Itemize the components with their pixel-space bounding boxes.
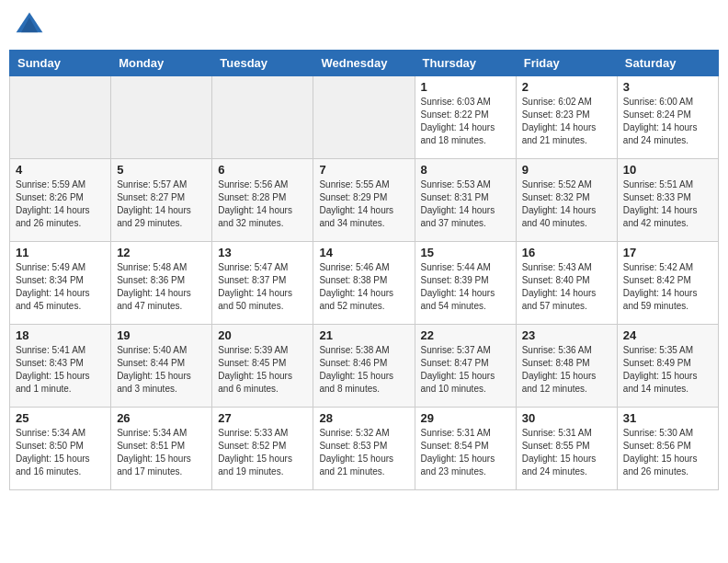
day-number: 24 (623, 328, 712, 342)
calendar-cell: 1Sunrise: 6:03 AM Sunset: 8:22 PM Daylig… (415, 76, 516, 159)
day-info: Sunrise: 5:57 AM Sunset: 8:27 PM Dayligh… (117, 178, 206, 230)
day-info: Sunrise: 5:56 AM Sunset: 8:28 PM Dayligh… (218, 178, 307, 230)
calendar-week-4: 18Sunrise: 5:41 AM Sunset: 8:43 PM Dayli… (10, 325, 719, 408)
day-info: Sunrise: 5:34 AM Sunset: 8:50 PM Dayligh… (16, 427, 105, 478)
day-info: Sunrise: 5:48 AM Sunset: 8:36 PM Dayligh… (117, 261, 206, 313)
day-number: 16 (522, 246, 611, 259)
day-info: Sunrise: 5:38 AM Sunset: 8:46 PM Dayligh… (319, 344, 408, 396)
calendar-week-3: 11Sunrise: 5:49 AM Sunset: 8:34 PM Dayli… (10, 242, 719, 325)
calendar-table: SundayMondayTuesdayWednesdayThursdayFrid… (9, 50, 719, 490)
day-info: Sunrise: 6:03 AM Sunset: 8:22 PM Dayligh… (421, 96, 510, 147)
day-info: Sunrise: 5:47 AM Sunset: 8:37 PM Dayligh… (218, 261, 307, 313)
logo (13, 9, 50, 42)
weekday-header-saturday: Saturday (617, 51, 718, 76)
day-number: 7 (319, 163, 408, 177)
calendar-cell (10, 76, 111, 159)
calendar-cell: 24Sunrise: 5:35 AM Sunset: 8:49 PM Dayli… (617, 325, 718, 408)
calendar-cell: 31Sunrise: 5:30 AM Sunset: 8:56 PM Dayli… (617, 408, 718, 490)
calendar-cell: 8Sunrise: 5:53 AM Sunset: 8:31 PM Daylig… (415, 159, 516, 242)
calendar-week-1: 1Sunrise: 6:03 AM Sunset: 8:22 PM Daylig… (10, 76, 719, 159)
day-number: 22 (421, 328, 510, 342)
day-info: Sunrise: 5:32 AM Sunset: 8:53 PM Dayligh… (319, 427, 408, 478)
calendar-cell: 12Sunrise: 5:48 AM Sunset: 8:36 PM Dayli… (111, 242, 212, 325)
day-number: 6 (218, 163, 307, 177)
page-header (9, 9, 719, 42)
calendar-cell: 30Sunrise: 5:31 AM Sunset: 8:55 PM Dayli… (516, 408, 617, 490)
day-info: Sunrise: 5:37 AM Sunset: 8:47 PM Dayligh… (421, 344, 510, 396)
calendar-cell: 10Sunrise: 5:51 AM Sunset: 8:33 PM Dayli… (617, 159, 718, 242)
day-number: 17 (623, 246, 712, 259)
day-number: 28 (319, 411, 408, 425)
day-info: Sunrise: 5:49 AM Sunset: 8:34 PM Dayligh… (16, 261, 105, 313)
day-info: Sunrise: 5:36 AM Sunset: 8:48 PM Dayligh… (522, 344, 611, 396)
calendar-cell: 6Sunrise: 5:56 AM Sunset: 8:28 PM Daylig… (212, 159, 313, 242)
day-number: 21 (319, 328, 408, 342)
day-number: 18 (16, 328, 105, 342)
calendar-cell: 28Sunrise: 5:32 AM Sunset: 8:53 PM Dayli… (313, 408, 415, 490)
calendar-cell: 2Sunrise: 6:02 AM Sunset: 8:23 PM Daylig… (516, 76, 617, 159)
calendar-cell: 5Sunrise: 5:57 AM Sunset: 8:27 PM Daylig… (111, 159, 212, 242)
calendar-cell: 29Sunrise: 5:31 AM Sunset: 8:54 PM Dayli… (415, 408, 516, 490)
weekday-header-sunday: Sunday (10, 51, 111, 76)
calendar-cell: 25Sunrise: 5:34 AM Sunset: 8:50 PM Dayli… (10, 408, 111, 490)
calendar-cell: 16Sunrise: 5:43 AM Sunset: 8:40 PM Dayli… (516, 242, 617, 325)
day-info: Sunrise: 5:30 AM Sunset: 8:56 PM Dayligh… (623, 427, 712, 478)
day-number: 1 (421, 80, 510, 94)
day-info: Sunrise: 5:34 AM Sunset: 8:51 PM Dayligh… (117, 427, 206, 478)
day-number: 23 (522, 328, 611, 342)
day-info: Sunrise: 5:40 AM Sunset: 8:44 PM Dayligh… (117, 344, 206, 396)
day-info: Sunrise: 6:00 AM Sunset: 8:24 PM Dayligh… (623, 96, 712, 147)
day-number: 5 (117, 163, 206, 177)
day-number: 11 (16, 246, 105, 259)
day-info: Sunrise: 5:52 AM Sunset: 8:32 PM Dayligh… (522, 178, 611, 230)
weekday-header-friday: Friday (516, 51, 617, 76)
weekday-header-wednesday: Wednesday (313, 51, 415, 76)
day-number: 15 (421, 246, 510, 259)
calendar-cell: 3Sunrise: 6:00 AM Sunset: 8:24 PM Daylig… (617, 76, 718, 159)
calendar-cell: 13Sunrise: 5:47 AM Sunset: 8:37 PM Dayli… (212, 242, 313, 325)
day-number: 27 (218, 411, 307, 425)
day-info: Sunrise: 5:31 AM Sunset: 8:54 PM Dayligh… (421, 427, 510, 478)
calendar-cell (111, 76, 212, 159)
calendar-cell: 21Sunrise: 5:38 AM Sunset: 8:46 PM Dayli… (313, 325, 415, 408)
day-number: 10 (623, 163, 712, 177)
weekday-header-monday: Monday (111, 51, 212, 76)
day-number: 25 (16, 411, 105, 425)
calendar-cell: 22Sunrise: 5:37 AM Sunset: 8:47 PM Dayli… (415, 325, 516, 408)
day-info: Sunrise: 5:55 AM Sunset: 8:29 PM Dayligh… (319, 178, 408, 230)
calendar-cell: 14Sunrise: 5:46 AM Sunset: 8:38 PM Dayli… (313, 242, 415, 325)
calendar-cell: 11Sunrise: 5:49 AM Sunset: 8:34 PM Dayli… (10, 242, 111, 325)
day-info: Sunrise: 5:35 AM Sunset: 8:49 PM Dayligh… (623, 344, 712, 396)
day-number: 31 (623, 411, 712, 425)
day-info: Sunrise: 5:44 AM Sunset: 8:39 PM Dayligh… (421, 261, 510, 313)
day-number: 4 (16, 163, 105, 177)
calendar-week-2: 4Sunrise: 5:59 AM Sunset: 8:26 PM Daylig… (10, 159, 719, 242)
day-info: Sunrise: 5:53 AM Sunset: 8:31 PM Dayligh… (421, 178, 510, 230)
calendar-cell: 20Sunrise: 5:39 AM Sunset: 8:45 PM Dayli… (212, 325, 313, 408)
calendar-cell: 27Sunrise: 5:33 AM Sunset: 8:52 PM Dayli… (212, 408, 313, 490)
day-info: Sunrise: 5:51 AM Sunset: 8:33 PM Dayligh… (623, 178, 712, 230)
calendar-cell (313, 76, 415, 159)
day-info: Sunrise: 5:59 AM Sunset: 8:26 PM Dayligh… (16, 178, 105, 230)
day-number: 8 (421, 163, 510, 177)
day-info: Sunrise: 6:02 AM Sunset: 8:23 PM Dayligh… (522, 96, 611, 147)
day-number: 9 (522, 163, 611, 177)
calendar-cell: 9Sunrise: 5:52 AM Sunset: 8:32 PM Daylig… (516, 159, 617, 242)
day-number: 2 (522, 80, 611, 94)
day-info: Sunrise: 5:41 AM Sunset: 8:43 PM Dayligh… (16, 344, 105, 396)
calendar-cell: 23Sunrise: 5:36 AM Sunset: 8:48 PM Dayli… (516, 325, 617, 408)
day-number: 19 (117, 328, 206, 342)
calendar-cell: 19Sunrise: 5:40 AM Sunset: 8:44 PM Dayli… (111, 325, 212, 408)
calendar-cell: 15Sunrise: 5:44 AM Sunset: 8:39 PM Dayli… (415, 242, 516, 325)
calendar-header: SundayMondayTuesdayWednesdayThursdayFrid… (10, 51, 719, 76)
day-number: 12 (117, 246, 206, 259)
weekday-header-thursday: Thursday (415, 51, 516, 76)
logo-icon (13, 9, 46, 42)
day-number: 3 (623, 80, 712, 94)
day-number: 20 (218, 328, 307, 342)
day-number: 29 (421, 411, 510, 425)
day-info: Sunrise: 5:33 AM Sunset: 8:52 PM Dayligh… (218, 427, 307, 478)
calendar-week-5: 25Sunrise: 5:34 AM Sunset: 8:50 PM Dayli… (10, 408, 719, 490)
day-info: Sunrise: 5:31 AM Sunset: 8:55 PM Dayligh… (522, 427, 611, 478)
day-number: 26 (117, 411, 206, 425)
